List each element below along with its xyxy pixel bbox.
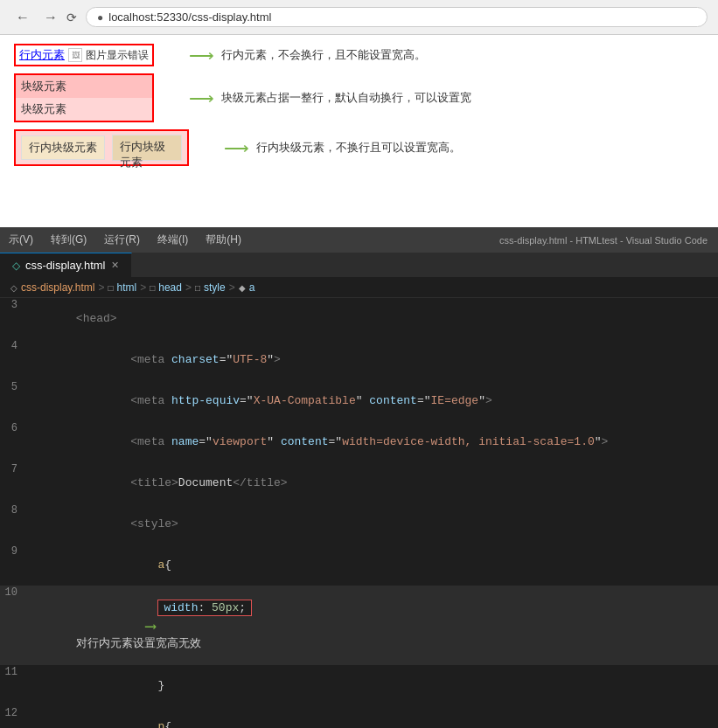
code-line-5: 5 <meta http-equiv="X-UA-Compatible" con… (0, 380, 718, 421)
breadcrumb-sep-4: > (229, 281, 235, 294)
reload-button[interactable]: ⟳ (66, 10, 77, 24)
code-content-9: a{ (31, 545, 718, 585)
arrow-icon-inline: ⟶ (189, 45, 214, 66)
inline-demo-row: 行内元素 🖼 图片显示错误 ⟶ 行内元素，不会换行，且不能设置宽高。 (14, 44, 704, 66)
line-number-9: 9 (0, 545, 31, 558)
breadcrumb-a[interactable]: a (249, 281, 255, 294)
code-line-8: 8 <style> (0, 503, 718, 544)
vscode-menubar: 示(V) 转到(G) 运行(R) 终端(I) 帮助(H) css-display… (0, 227, 718, 253)
arrow-icon-block: ⟶ (189, 87, 214, 108)
line-number-3: 3 (0, 299, 31, 311)
breadcrumb-a-icon: ◆ (239, 283, 246, 293)
code-line-7: 7 <title>Document</title> (0, 462, 718, 503)
code-content-6: <meta name="viewport" content="width=dev… (31, 422, 718, 461)
inline-demo-box: 行内元素 🖼 图片显示错误 (14, 44, 154, 66)
block-item-1: 块级元素 (16, 75, 152, 98)
breadcrumb-sep-2: > (140, 281, 146, 294)
inline-block-demo-area: 行内块级元素 行内块级元素 ⟶ 行内块级元素，不换行且可以设置宽高。 (14, 129, 704, 166)
tab-label: css-display.html (25, 259, 106, 272)
block-annotation-text: 块级元素占据一整行，默认自动换行，可以设置宽 (221, 90, 471, 106)
line-number-8: 8 (0, 504, 31, 517)
code-line-6: 6 <meta name="viewport" content="width=d… (0, 421, 718, 462)
block-item-2: 块级元素 (16, 98, 152, 121)
url-text: localhost:52330/css-display.html (108, 10, 271, 24)
window-title: css-display.html - HTMLtest - Visual Stu… (489, 232, 718, 249)
line-number-11: 11 (0, 666, 31, 678)
vscode-tabbar: ◇ css-display.html ✕ (0, 253, 718, 278)
line-number-6: 6 (0, 422, 31, 434)
code-content-11: } (31, 666, 718, 705)
preview-area: 行内元素 🖼 图片显示错误 ⟶ 行内元素，不会换行，且不能设置宽高。 块级元素 … (0, 35, 718, 227)
lock-icon: ● (97, 11, 103, 24)
menu-run[interactable]: 运行(R) (95, 229, 149, 251)
menu-goto[interactable]: 转到(G) (42, 229, 95, 251)
broken-img-label: 图片显示错误 (86, 48, 149, 63)
menu-view[interactable]: 示(V) (0, 229, 42, 251)
code-content-4: <meta charset="UTF-8"> (31, 340, 718, 379)
inline-annotation: ⟶ 行内元素，不会换行，且不能设置宽高。 (189, 45, 426, 66)
code-line-3: 3 <head> (0, 298, 718, 339)
line-number-7: 7 (0, 463, 31, 475)
code-line-4: 4 <meta charset="UTF-8"> (0, 339, 718, 380)
highlight-box: width: 50px; (157, 600, 252, 616)
menu-help[interactable]: 帮助(H) (197, 229, 250, 251)
code-content-10: width: 50px; ⟶ 对行内元素设置宽高无效 (31, 586, 718, 664)
editor-annotation-text: 对行内元素设置宽高无效 (76, 636, 201, 649)
code-line-11: 11 } (0, 665, 718, 706)
block-demo-boxes: 块级元素 块级元素 (14, 73, 154, 122)
line-number-12: 12 (0, 707, 31, 719)
inline-annotation-text: 行内元素，不会换行，且不能设置宽高。 (221, 47, 426, 63)
iblock-item-1: 行内块级元素 (21, 135, 105, 160)
line-number-10: 10 (0, 586, 31, 599)
forward-button[interactable]: → (38, 8, 63, 27)
broken-image: 🖼 (68, 48, 82, 62)
breadcrumb-style-icon: □ (195, 283, 200, 293)
arrow-icon-editor: ⟶ (146, 618, 156, 635)
inline-block-demo-box: 行内块级元素 行内块级元素 (14, 129, 189, 166)
inline-element-link[interactable]: 行内元素 (19, 47, 65, 63)
breadcrumb-style[interactable]: style (204, 281, 226, 294)
breadcrumb-html-icon: □ (108, 283, 113, 293)
tab-css-display[interactable]: ◇ css-display.html ✕ (0, 253, 132, 277)
browser-chrome: ← → ⟳ ● localhost:52330/css-display.html (0, 0, 718, 35)
line-number-4: 4 (0, 340, 31, 352)
back-button[interactable]: ← (10, 8, 35, 27)
code-content-12: p{ (31, 707, 718, 728)
menu-terminal[interactable]: 终端(I) (149, 229, 197, 251)
nav-buttons: ← → ⟳ (10, 8, 77, 27)
breadcrumb-sep-1: > (98, 281, 104, 294)
code-content-3: <head> (31, 299, 718, 338)
code-line-12: 12 p{ (0, 706, 718, 728)
code-content-7: <title>Document</title> (31, 463, 718, 503)
breadcrumb-file[interactable]: css-display.html (21, 281, 94, 294)
block-annotation: ⟶ 块级元素占据一整行，默认自动换行，可以设置宽 (189, 87, 471, 108)
breadcrumb-file-icon: ◇ (10, 283, 17, 293)
iblock-item-2: 行内块级元素 (112, 135, 182, 161)
code-line-10: 10 width: 50px; ⟶ 对行内元素设置宽高无效 (0, 586, 718, 665)
breadcrumb-head[interactable]: head (158, 281, 182, 294)
iblock-annotation: ⟶ 行内块级元素，不换行且可以设置宽高。 (224, 137, 461, 158)
code-content-8: <style> (31, 504, 718, 544)
iblock-annotation-text: 行内块级元素，不换行且可以设置宽高。 (256, 140, 461, 156)
tab-close-button[interactable]: ✕ (111, 260, 119, 271)
editor-area: 3 <head> 4 <meta charset="UTF-8"> 5 <met… (0, 298, 718, 728)
address-bar[interactable]: ● localhost:52330/css-display.html (86, 7, 708, 27)
tab-file-icon: ◇ (12, 260, 20, 272)
breadcrumb-html[interactable]: html (117, 281, 137, 294)
arrow-icon-iblock: ⟶ (224, 137, 249, 158)
breadcrumb-sep-3: > (185, 281, 192, 294)
breadcrumb-head-icon: □ (150, 283, 155, 293)
breadcrumb: ◇ css-display.html > □ html > □ head > □… (0, 278, 718, 298)
block-demo-area: 块级元素 块级元素 ⟶ 块级元素占据一整行，默认自动换行，可以设置宽 (14, 73, 704, 122)
line-number-5: 5 (0, 381, 31, 393)
code-line-9: 9 a{ (0, 544, 718, 586)
code-content-5: <meta http-equiv="X-UA-Compatible" conte… (31, 381, 718, 420)
